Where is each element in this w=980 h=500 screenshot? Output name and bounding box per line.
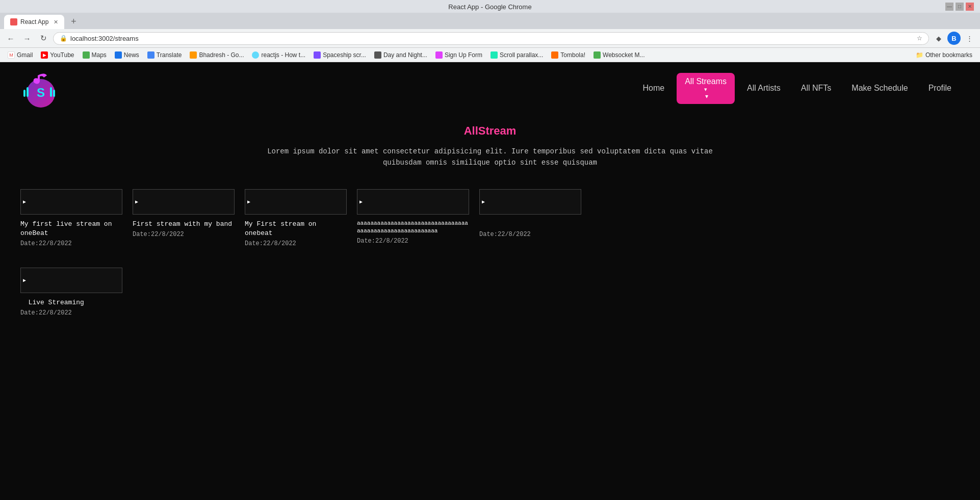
forward-button[interactable]: →: [20, 32, 34, 45]
close-button[interactable]: ✕: [966, 3, 974, 11]
bookmark-gmail[interactable]: M Gmail: [4, 50, 36, 60]
stream-card-1[interactable]: ▶ My first live stream on oneBeat Date:2…: [20, 189, 122, 247]
stream-title-5: [479, 220, 581, 229]
bookmark-youtube[interactable]: ▶ YouTube: [37, 50, 78, 60]
nav-all-streams[interactable]: All Streams ▾: [677, 73, 735, 104]
extensions-button[interactable]: ◆: [932, 32, 945, 45]
window-title: React App - Google Chrome: [448, 3, 531, 11]
bookmark-websocket-label: Websocket M...: [603, 51, 644, 59]
stream-card-6[interactable]: ▶ Live Streaming Date:22/8/2022: [20, 268, 122, 317]
bookmark-maps[interactable]: Maps: [79, 50, 110, 60]
thumbnail-arrow-3: ▶: [247, 199, 250, 205]
tab-close-button[interactable]: ✕: [54, 19, 58, 25]
stream-title-3: My First stream on onebeat: [245, 220, 347, 238]
app-nav: S Home All Streams: [0, 62, 980, 114]
nav-profile[interactable]: Profile: [920, 80, 960, 97]
nav-icons-right: ◆ B ⋮: [932, 32, 976, 45]
stream-card-3[interactable]: ▶ My First stream on onebeat Date:22/8/2…: [245, 189, 347, 247]
stream-title-1: My first live stream on oneBeat: [20, 220, 122, 238]
maps-favicon: [83, 51, 90, 59]
nav-all-streams-label: All Streams: [685, 77, 727, 86]
more-menu-button[interactable]: ⋮: [963, 32, 976, 45]
bookmark-daynight-label: Day and Night...: [383, 51, 427, 59]
bookmark-reactjs-label: reactjs - How t...: [261, 51, 305, 59]
page-title: AllStream: [20, 124, 960, 138]
bookmark-daynight[interactable]: Day and Night...: [371, 50, 431, 60]
profile-avatar-btn[interactable]: B: [947, 32, 961, 45]
back-button[interactable]: ←: [4, 32, 17, 45]
bookmark-bhadresh[interactable]: Bhadresh - Go...: [186, 50, 247, 60]
svg-rect-5: [53, 90, 55, 97]
bookmark-gmail-label: Gmail: [17, 51, 33, 59]
bookmark-bhadresh-label: Bhadresh - Go...: [199, 51, 244, 59]
browser-tabs: React App ✕ +: [0, 13, 980, 29]
nav-make-schedule[interactable]: Make Schedule: [843, 80, 916, 97]
new-tab-button[interactable]: +: [66, 15, 81, 29]
translate-favicon: [147, 51, 154, 59]
app-logo[interactable]: S: [20, 70, 56, 106]
app-content: S Home All Streams: [0, 62, 980, 450]
nav-home[interactable]: Home: [635, 80, 673, 97]
secure-icon: 🔒: [60, 35, 67, 42]
bookmark-maps-label: Maps: [92, 51, 107, 59]
minimize-button[interactable]: —: [945, 3, 953, 11]
page-description: Lorem ipsum dolor sit amet consectetur a…: [20, 146, 960, 169]
bookmark-reactjs[interactable]: reactjs - How t...: [248, 50, 309, 60]
news-favicon: [115, 51, 122, 59]
svg-rect-4: [50, 87, 52, 97]
title-bar: React App - Google Chrome — □ ✕: [0, 0, 980, 13]
streams-grid-row2: ▶ Live Streaming Date:22/8/2022: [20, 268, 960, 337]
stream-card-5[interactable]: ▶ Date:22/8/2022: [479, 189, 581, 247]
stream-card-2[interactable]: ▶ First stream with my band Date:22/8/20…: [133, 189, 235, 247]
bookmark-scroll[interactable]: Scroll parallax...: [487, 50, 547, 60]
bookmark-signup-label: Sign Up Form: [445, 51, 482, 59]
nav-all-nfts[interactable]: All NFTs: [793, 80, 840, 97]
svg-rect-3: [27, 87, 29, 97]
stream-title-4: aaaaaaaaaaaaaaaaaaaaaaaaaaaaaaaaaaaaaaaa…: [357, 220, 469, 235]
thumbnail-arrow-5: ▶: [482, 199, 485, 205]
bookmark-websocket[interactable]: Websocket M...: [590, 50, 648, 60]
bookmark-news[interactable]: News: [111, 50, 143, 60]
bookmark-other[interactable]: 📁 Other bookmarks: [912, 50, 976, 60]
youtube-favicon: ▶: [41, 51, 48, 59]
stream-card-4[interactable]: ▶ aaaaaaaaaaaaaaaaaaaaaaaaaaaaaaaaaaaaaa…: [357, 189, 469, 247]
stream-thumbnail-5: ▶: [479, 189, 581, 215]
bookmark-signup[interactable]: Sign Up Form: [432, 50, 486, 60]
nav-all-artists[interactable]: All Artists: [739, 80, 789, 97]
maximize-button[interactable]: □: [956, 3, 964, 11]
bhadresh-favicon: [190, 51, 197, 59]
bookmark-folder-icon: 📁: [916, 51, 923, 59]
bookmark-scroll-label: Scroll parallax...: [500, 51, 543, 59]
bookmark-spaceship-label: Spaceship scr...: [323, 51, 366, 59]
bookmarks-bar: M Gmail ▶ YouTube Maps News Translate Bh…: [0, 48, 980, 62]
thumbnail-arrow-1: ▶: [23, 199, 26, 205]
logo-icon: S: [20, 70, 56, 106]
page-content: AllStream Lorem ipsum dolor sit amet con…: [0, 114, 980, 357]
signup-favicon: [435, 51, 443, 59]
address-bar[interactable]: 🔒 localhost:3002/streams ☆: [53, 32, 929, 45]
streams-grid-row1: ▶ My first live stream on oneBeat Date:2…: [20, 189, 960, 268]
bookmark-star-icon[interactable]: ☆: [917, 35, 922, 42]
stream-date-4: Date:22/8/2022: [357, 238, 469, 245]
bookmark-other-label: Other bookmarks: [925, 51, 972, 59]
logo-svg: S: [20, 70, 61, 111]
spaceship-favicon: [314, 51, 321, 59]
bookmark-translate[interactable]: Translate: [144, 50, 186, 60]
stream-thumbnail-4: ▶: [357, 189, 469, 215]
bookmark-spaceship[interactable]: Spaceship scr...: [310, 50, 370, 60]
stream-date-3: Date:22/8/2022: [245, 240, 347, 247]
reactjs-favicon: [252, 51, 259, 59]
window-controls[interactable]: — □ ✕: [945, 3, 974, 11]
tab-label: React App: [20, 18, 48, 25]
browser-nav: ← → ↻ 🔒 localhost:3002/streams ☆ ◆ B ⋮: [0, 29, 980, 48]
bookmark-tombola[interactable]: Tombola!: [548, 50, 589, 60]
stream-date-6: Date:22/8/2022: [20, 309, 122, 317]
thumbnail-arrow-2: ▶: [135, 199, 138, 205]
reload-button[interactable]: ↻: [37, 32, 50, 45]
bookmark-tombola-label: Tombola!: [560, 51, 585, 59]
active-tab[interactable]: React App ✕: [4, 15, 64, 29]
websocket-favicon: [594, 51, 601, 59]
thumbnail-arrow-4: ▶: [359, 199, 363, 205]
stream-thumbnail-1: ▶: [20, 189, 122, 215]
stream-title-2: First stream with my band: [133, 220, 235, 229]
